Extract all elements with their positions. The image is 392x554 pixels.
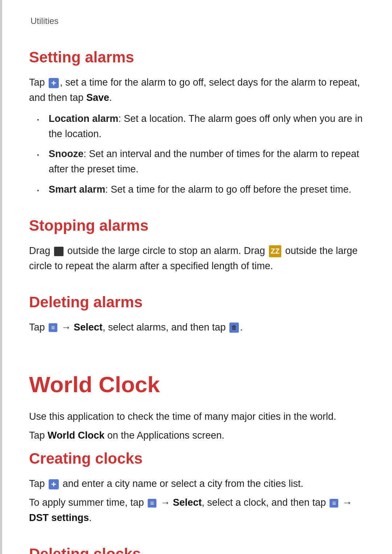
section-deleting-alarms: Deleting alarms Tap → Select, select ala… (29, 291, 363, 335)
heading-deleting-clocks: Deleting clocks (29, 542, 363, 554)
heading-stopping-alarms: Stopping alarms (29, 214, 363, 237)
save-bold: Save (86, 92, 109, 103)
section-stopping-alarms: Stopping alarms Drag outside the large c… (29, 214, 363, 274)
dst-settings-bold: DST settings (29, 512, 89, 523)
creating-clocks-text2: To apply summer time, tap → Select, sele… (29, 495, 363, 526)
world-clock-intro1: Use this application to check the time o… (29, 409, 363, 424)
snooze-label: Snooze (49, 148, 83, 159)
trash-icon-1 (229, 323, 239, 333)
select-bold-2: Select (173, 497, 202, 508)
menu-icon-1 (49, 323, 57, 332)
bullet-location-alarm: Location alarm: Set a location. The alar… (40, 111, 363, 142)
section-creating-clocks: Creating clocks Tap and enter a city nam… (29, 447, 363, 526)
heading-world-clock: World Clock (29, 368, 363, 401)
section-world-clock: World Clock Use this application to chec… (29, 353, 363, 443)
creating-clocks-text1: Tap and enter a city name or select a ci… (29, 476, 363, 492)
bullet-snooze: Snooze: Set an interval and the number o… (40, 147, 363, 177)
setting-alarms-bullets: Location alarm: Set a location. The alar… (40, 111, 363, 197)
section-deleting-clocks: Deleting clocks Tap → Select, select clo… (29, 542, 363, 554)
world-clock-bold: World Clock (48, 430, 105, 441)
heading-creating-clocks: Creating clocks (29, 447, 363, 470)
setting-alarms-intro: Tap , set a time for the alarm to go off… (29, 75, 363, 106)
deleting-alarms-text: Tap → Select, select alarms, and then ta… (29, 320, 363, 335)
select-bold-1: Select (74, 322, 103, 333)
world-clock-intro2: Tap World Clock on the Applications scre… (29, 428, 363, 443)
breadcrumb: Utilities (30, 15, 363, 28)
page-left-border (0, 0, 2, 554)
heading-deleting-alarms: Deleting alarms (29, 291, 363, 313)
section-setting-alarms: Setting alarms Tap , set a time for the … (29, 46, 363, 197)
stop-icon (54, 247, 64, 256)
zz-icon: ZZ (269, 245, 281, 257)
smart-alarm-label: Smart alarm (49, 184, 105, 195)
stopping-alarms-text: Drag outside the large circle to stop an… (29, 243, 363, 274)
heading-setting-alarms: Setting alarms (29, 46, 363, 69)
plus-icon-2 (49, 479, 59, 489)
plus-icon (49, 78, 59, 88)
bullet-smart-alarm: Smart alarm: Set a time for the alarm to… (40, 182, 363, 197)
location-alarm-label: Location alarm (49, 113, 118, 124)
menu-icon-2 (148, 499, 156, 508)
menu-icon-3 (330, 499, 338, 508)
